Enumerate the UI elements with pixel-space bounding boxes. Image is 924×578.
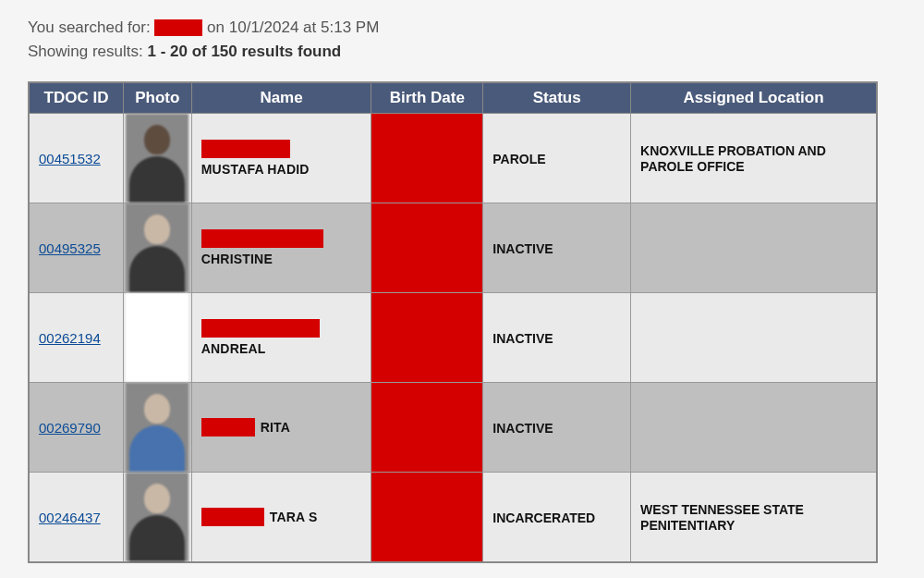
search-at: at [298,18,321,36]
results-summary: Showing results: 1 - 20 of 150 results f… [28,43,896,61]
status-text: PAROLE [492,152,545,166]
col-header-photo: Photo [123,82,191,114]
birth-date-redacted [371,473,482,561]
table-row: 00262194ANDREALINACTIVE [29,293,877,383]
status-text: INACTIVE [492,331,553,346]
birth-date-redacted [371,293,482,382]
name-text: MUSTAFA HADID [201,162,362,177]
status-text: INACTIVE [492,241,553,256]
tdoc-id-link[interactable]: 00451532 [39,151,101,166]
mugshot-photo [126,473,188,561]
search-date: 10/1/2024 [229,18,299,36]
results-table: TDOC ID Photo Name Birth Date Status Ass… [28,81,878,563]
col-header-status: Status [483,82,631,114]
mugshot-photo [126,203,188,292]
name-redacted-bar [201,140,290,158]
mugshot-photo [126,114,188,203]
search-header: You searched for: on 10/1/2024 at 5:13 P… [28,18,896,37]
search-prefix: You searched for: [28,18,151,36]
table-row: 00269790RITAINACTIVE [29,383,877,473]
name-text: ANDREAL [201,341,362,356]
tdoc-id-link[interactable]: 00246437 [39,510,101,525]
name-redacted-bar [201,508,264,526]
col-header-name: Name [191,82,371,114]
birth-date-redacted [371,383,482,472]
search-term-redacted [154,19,202,36]
table-row: 00451532MUSTAFA HADIDPAROLEKNOXVILLE PRO… [29,114,877,203]
search-time: 5:13 PM [321,18,379,36]
col-header-location: Assigned Location [631,82,877,114]
table-row: 00495325CHRISTINEINACTIVE [29,203,877,293]
location-text: WEST TENNESSEE STATE PENITENTIARY [640,502,804,533]
location-text: KNOXVILLE PROBATION AND PAROLE OFFICE [640,143,826,174]
tdoc-id-link[interactable]: 00262194 [39,330,101,346]
name-text: TARA S [270,510,318,524]
birth-date-redacted [371,114,482,203]
search-on: on [207,18,229,36]
table-header-row: TDOC ID Photo Name Birth Date Status Ass… [29,82,877,114]
name-redacted-bar [201,229,323,248]
table-row: 00246437TARA SINCARCERATEDWEST TENNESSEE… [29,473,877,563]
name-redacted-bar [201,418,255,437]
col-header-birth: Birth Date [371,82,483,114]
results-range: 1 - 20 of 150 results found [147,43,341,60]
mugshot-photo [126,383,188,472]
name-text: CHRISTINE [201,252,362,266]
name-text: RITA [261,420,290,435]
status-text: INACTIVE [492,421,553,436]
birth-date-redacted [371,203,482,292]
mugshot-photo [126,293,188,382]
results-prefix: Showing results: [28,43,147,60]
name-redacted-bar [201,319,320,338]
col-header-id: TDOC ID [29,82,123,114]
status-text: INCARCERATED [492,510,595,525]
tdoc-id-link[interactable]: 00495325 [39,240,101,256]
tdoc-id-link[interactable]: 00269790 [39,420,101,436]
